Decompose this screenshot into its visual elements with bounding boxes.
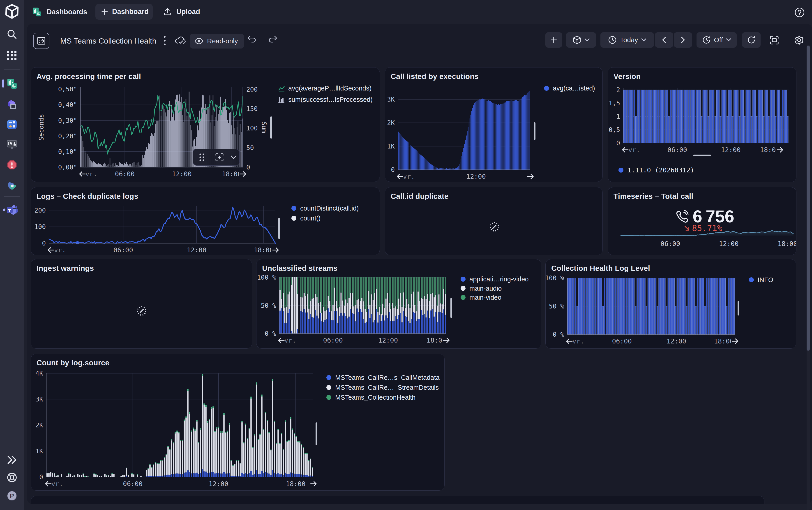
msteams-app-icon[interactable] — [0, 204, 24, 215]
svg-text:50 %: 50 % — [261, 302, 276, 309]
svg-text:0,20": 0,20" — [58, 133, 77, 140]
panel-timeseries-total-call: Timeseries – Total call 6 756 85.71% 06:… — [608, 187, 796, 255]
svg-text:0,40": 0,40" — [58, 101, 77, 109]
clock-icon — [608, 36, 617, 44]
legend-item[interactable]: 1.11.0 (20260312) — [619, 166, 694, 174]
toggle-panel-button[interactable] — [33, 33, 50, 49]
legend-item[interactable]: countDistinct(call.id) — [292, 205, 359, 212]
chart-unclassified-streams: 0 %50 %100 %avr.06:0012:0018:00applicati… — [257, 259, 541, 348]
upload-button[interactable]: Upload — [161, 4, 202, 20]
avatar[interactable]: P — [0, 491, 24, 501]
svg-text:150: 150 — [246, 105, 258, 113]
legend-item[interactable]: main-video — [460, 294, 502, 301]
chevron-right-icon — [681, 37, 685, 43]
panel-callid-duplicate: Call.id duplicate — [385, 187, 603, 255]
settings-button[interactable] — [794, 35, 804, 46]
undo-button[interactable] — [247, 35, 256, 45]
legend-item[interactable]: avg(averageP…llIdSeconds) — [279, 85, 371, 92]
legend-item[interactable]: applicati…ring-video — [460, 276, 529, 283]
legend-item[interactable]: MSTeams_CallRe…_StreamDetails — [326, 384, 439, 391]
chart-scrollbar-thumb[interactable] — [693, 154, 711, 157]
svg-text:count(): count() — [300, 215, 321, 222]
legend-item[interactable]: main-audio — [460, 285, 502, 292]
chart-scrollbar-thumb[interactable] — [534, 122, 536, 140]
chart-scrollbar-thumb[interactable] — [738, 301, 740, 315]
app-sidebar: P — [0, 0, 24, 510]
chart-scrollbar-thumb[interactable] — [278, 218, 280, 239]
chart-scrollbar-thumb[interactable] — [450, 298, 452, 318]
chart-scrollbar-thumb[interactable] — [315, 422, 318, 445]
svg-text:12:00: 12:00 — [666, 337, 686, 345]
zoom-selection-icon[interactable] — [211, 153, 228, 162]
top-bar: Dashboards Dashboard Upload — [24, 0, 812, 24]
svg-text:MSTeams_CallRe…_StreamDetails: MSTeams_CallRe…_StreamDetails — [335, 384, 439, 391]
svg-text:50 %: 50 % — [549, 303, 564, 310]
page-scrollbar-thumb[interactable] — [807, 46, 810, 351]
fullscreen-button[interactable] — [770, 35, 779, 46]
legend-item[interactable]: count() — [292, 215, 321, 222]
upload-label: Upload — [176, 8, 200, 16]
svg-text:18:00: 18:00 — [778, 240, 796, 248]
chevron-down-icon — [641, 38, 646, 41]
cloud-sync-button[interactable] — [174, 35, 187, 47]
svg-text:1.11.0 (20260312): 1.11.0 (20260312) — [627, 166, 694, 174]
svg-text:INFO: INFO — [758, 276, 773, 283]
svg-text:06:00: 06:00 — [667, 146, 687, 154]
svg-text:2: 2 — [616, 86, 620, 94]
dashboards-home-link[interactable]: Dashboards — [32, 0, 87, 24]
fullscreen-icon — [770, 35, 779, 45]
svg-text:0 %: 0 % — [265, 330, 276, 337]
dashboards-icon — [32, 7, 41, 17]
help-button[interactable] — [794, 7, 805, 19]
lifebuoy-icon[interactable] — [0, 472, 24, 483]
alerts-app-icon[interactable] — [0, 160, 24, 170]
legend-item[interactable]: avg(ca…isted) — [544, 85, 595, 92]
svg-text:applicati…ring-video: applicati…ring-video — [470, 276, 529, 283]
dashboards-app-icon[interactable] — [0, 79, 24, 89]
expand-sidebar-icon[interactable] — [0, 455, 24, 464]
interactions-app-icon[interactable] — [0, 119, 24, 130]
readonly-toggle[interactable]: Read-only — [190, 34, 244, 49]
drag-handle-icon[interactable] — [193, 152, 211, 162]
new-dashboard-label: Dashboard — [112, 8, 149, 16]
svg-text:50: 50 — [246, 144, 254, 152]
chart-log-level: 0 %50 %100 %avr.06:0012:0018:00INFO — [546, 259, 796, 348]
chart-scrollbar-thumb[interactable] — [270, 116, 272, 139]
svg-text:3K: 3K — [35, 396, 43, 403]
panel-collection-health-log-level: Collection Health Log Level 0 %50 %100 %… — [545, 259, 796, 349]
more-options-button[interactable] — [160, 35, 170, 47]
packages-app-icon[interactable] — [0, 99, 24, 109]
legend-item[interactable]: MSTeams_CallRe…s_CallMetadata — [326, 374, 440, 381]
time-back-button[interactable] — [655, 32, 673, 48]
package-icon — [572, 35, 581, 45]
auto-refresh-button[interactable]: Off — [696, 32, 736, 48]
time-forward-button[interactable] — [674, 32, 692, 48]
chevron-down-icon[interactable] — [228, 155, 239, 159]
integrations-app-icon[interactable] — [0, 180, 24, 191]
package-menu-button[interactable] — [566, 32, 596, 48]
svg-text:Sum: Sum — [260, 122, 268, 133]
legend-item[interactable]: MSTeams_CollectionHealth — [326, 394, 416, 401]
legend-item[interactable]: sum(successf…lsProcessed) — [278, 96, 372, 103]
readonly-label: Read-only — [207, 37, 238, 45]
redo-button[interactable] — [268, 35, 277, 45]
refresh-button[interactable] — [742, 32, 760, 48]
svg-text:avg(averageP…llIdSeconds): avg(averageP…llIdSeconds) — [288, 85, 371, 92]
apps-grid-icon[interactable] — [0, 51, 24, 60]
svg-text:0,30": 0,30" — [58, 117, 77, 124]
svg-text:100 %: 100 % — [257, 274, 276, 281]
svg-text:12:00: 12:00 — [466, 173, 486, 180]
fleet-app-icon[interactable] — [0, 139, 24, 150]
add-widget-button[interactable] — [545, 32, 562, 48]
new-dashboard-button[interactable]: Dashboard — [95, 4, 153, 20]
auto-refresh-label: Off — [714, 36, 723, 44]
svg-text:100: 100 — [34, 223, 46, 231]
time-range-button[interactable]: Today — [600, 32, 654, 48]
panel-call-listed-by-executions: Call listed by executions 01K2K3Kavr.12:… — [385, 67, 603, 182]
sidebar-divider — [4, 69, 20, 69]
svg-text:Seconds: Seconds — [38, 114, 45, 141]
svg-text:main-video: main-video — [470, 294, 502, 301]
search-icon[interactable] — [0, 29, 24, 40]
legend-item[interactable]: INFO — [749, 276, 773, 283]
logscale-logo-icon[interactable] — [0, 4, 24, 20]
